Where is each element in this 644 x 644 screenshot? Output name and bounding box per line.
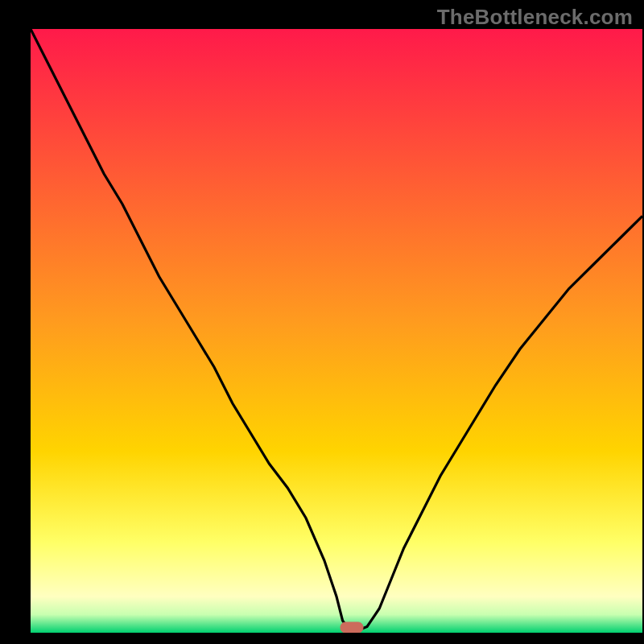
- gradient-background: [31, 29, 642, 633]
- watermark-text: TheBottleneck.com: [437, 5, 633, 30]
- bottleneck-chart: [0, 0, 644, 644]
- chart-container: TheBottleneck.com: [0, 0, 644, 644]
- minimum-marker: [341, 622, 363, 633]
